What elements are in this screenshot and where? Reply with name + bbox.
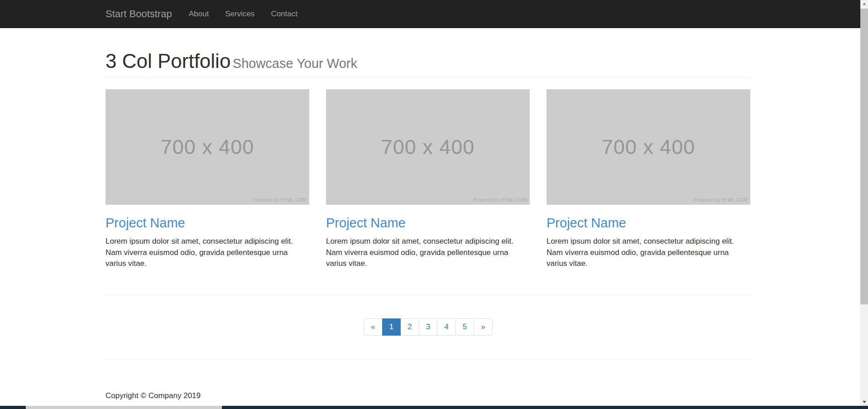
portfolio-row: 700 x 400 Powered by HTML.COM Project Na… (106, 89, 751, 269)
pagination-page-4-button[interactable]: 4 (437, 318, 456, 336)
navbar-brand-link[interactable]: Start Bootstrap (106, 8, 172, 20)
project-3-description: Lorem ipsum dolor sit amet, consectetur … (547, 236, 750, 269)
placeholder-size-label: 700 x 400 (381, 135, 475, 159)
placeholder-watermark: Powered by HTML.COM (253, 197, 307, 202)
placeholder-size-label: 700 x 400 (602, 135, 695, 159)
webpage: Start Bootstrap About Services Contact 3… (0, 0, 860, 406)
nav-link-contact[interactable]: Contact (263, 0, 306, 28)
project-3-title-link[interactable]: Project Name (547, 216, 626, 231)
pagination-page-2-button[interactable]: 2 (400, 318, 419, 336)
scroll-down-icon (863, 401, 866, 403)
nav-link-about[interactable]: About (181, 0, 217, 28)
browser-viewport: Start Bootstrap About Services Contact 3… (0, 0, 868, 409)
vertical-scrollbar[interactable] (860, 0, 868, 406)
placeholder-watermark: Powered by HTML.COM (474, 197, 527, 202)
scroll-down-button[interactable] (860, 398, 868, 406)
pagination-page-5-button[interactable]: 5 (456, 318, 474, 336)
top-navbar: Start Bootstrap About Services Contact (0, 0, 860, 28)
copyright-text: Copyright © Company 2019 (106, 391, 751, 400)
project-2-description: Lorem ipsum dolor sit amet, consectetur … (326, 236, 530, 269)
portfolio-card-3: 700 x 400 Powered by HTML.COM Project Na… (547, 89, 750, 269)
project-2-title-link[interactable]: Project Name (326, 216, 406, 231)
placeholder-watermark: Powered by HTML.COM (694, 197, 748, 202)
scroll-up-icon (863, 3, 866, 5)
page-subtitle: Showcase Your Work (233, 56, 357, 71)
navbar-container: Start Bootstrap About Services Contact (106, 0, 306, 28)
portfolio-card-1: 700 x 400 Powered by HTML.COM Project Na… (106, 89, 309, 269)
main-container: 3 Col Portfolio Showcase Your Work 700 x… (106, 50, 751, 400)
project-1-thumbnail-link[interactable]: 700 x 400 Powered by HTML.COM (106, 89, 309, 205)
pagination: « 1 2 3 4 5 » (364, 318, 492, 336)
navbar-links: About Services Contact (181, 0, 306, 28)
page-subtitle-text: Showcase Your Work (233, 56, 357, 71)
nav-link-services[interactable]: Services (217, 0, 263, 28)
project-2-thumbnail-link[interactable]: 700 x 400 Powered by HTML.COM (326, 89, 530, 205)
project-1-title-link[interactable]: Project Name (106, 216, 185, 231)
page-header: 3 Col Portfolio Showcase Your Work (106, 50, 751, 77)
pagination-prev-button[interactable]: « (364, 318, 382, 336)
pagination-page-1-button[interactable]: 1 (382, 318, 401, 336)
page-title: 3 Col Portfolio (106, 50, 230, 72)
project-3-thumbnail-link[interactable]: 700 x 400 Powered by HTML.COM (547, 89, 750, 205)
page-footer: Copyright © Company 2019 (106, 391, 751, 400)
pagination-next-button[interactable]: » (474, 318, 492, 336)
project-1-description: Lorem ipsum dolor sit amet, consectetur … (106, 236, 309, 269)
pagination-wrapper: « 1 2 3 4 5 » (106, 318, 751, 336)
portfolio-card-2: 700 x 400 Powered by HTML.COM Project Na… (326, 89, 530, 269)
divider-above-footer (106, 359, 751, 360)
bottom-edge-bar-segment (26, 406, 222, 409)
pagination-page-3-button[interactable]: 3 (419, 318, 437, 336)
scroll-up-button[interactable] (860, 0, 868, 8)
placeholder-size-label: 700 x 400 (161, 135, 254, 159)
vertical-scrollbar-thumb[interactable] (860, 9, 868, 304)
bottom-edge-bar (0, 406, 868, 409)
divider-above-pagination (106, 294, 751, 295)
